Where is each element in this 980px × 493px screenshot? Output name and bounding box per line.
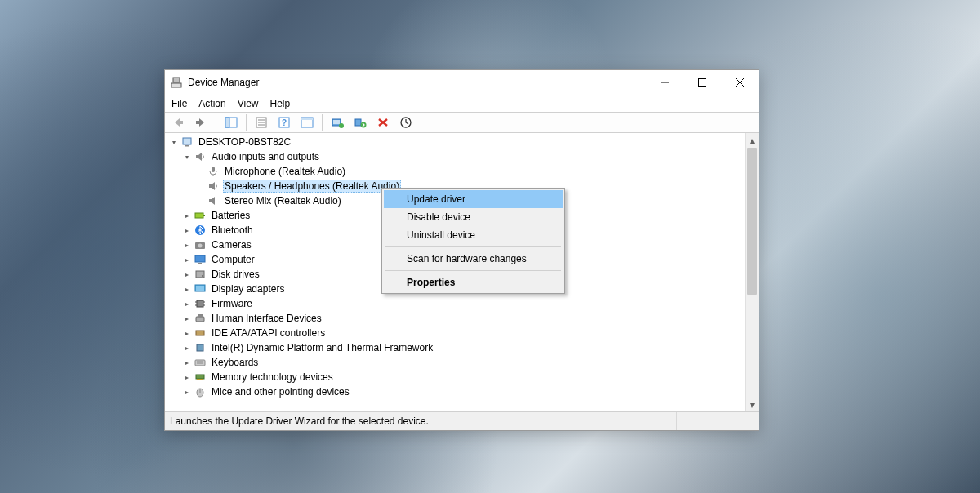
svg-rect-9 <box>225 118 229 127</box>
tree-category[interactable]: ▸Intel(R) Dynamic Platform and Thermal F… <box>165 340 745 355</box>
chevron-right-icon[interactable]: ▸ <box>181 269 193 280</box>
menu-action[interactable]: Action <box>198 98 225 109</box>
svg-rect-47 <box>198 314 203 317</box>
svg-rect-21 <box>355 119 361 126</box>
ctx-disable-device[interactable]: Disable device <box>384 208 563 226</box>
status-cell <box>677 412 759 430</box>
tree-node-label: Audio inputs and outputs <box>210 150 321 163</box>
chevron-right-icon[interactable]: ▸ <box>181 239 193 251</box>
forward-button[interactable] <box>191 113 211 131</box>
svg-rect-6 <box>179 121 183 124</box>
tree-node-label: Computer <box>210 253 256 266</box>
scroll-thumb[interactable] <box>747 148 757 295</box>
chevron-down-icon[interactable]: ▾ <box>168 136 180 148</box>
status-cell <box>595 412 677 430</box>
tree-node-label: Disk drives <box>210 268 261 281</box>
tree-category[interactable]: ▸Keyboards <box>165 355 745 370</box>
properties-button[interactable] <box>252 113 271 131</box>
menu-file[interactable]: File <box>172 98 187 109</box>
tree-node-label: Microphone (Realtek Audio) <box>223 165 347 178</box>
menu-help[interactable]: Help <box>270 98 291 109</box>
tree-node-label: Mice and other pointing devices <box>210 385 351 398</box>
show-hide-console-button[interactable] <box>221 113 241 131</box>
titlebar[interactable]: Device Manager <box>165 70 759 95</box>
scroll-up-icon[interactable]: ▴ <box>746 133 759 147</box>
battery-icon <box>194 209 207 222</box>
disable-button[interactable] <box>373 113 393 131</box>
minimize-button[interactable] <box>646 70 684 95</box>
speaker-icon <box>207 194 220 207</box>
camera-icon <box>194 238 207 251</box>
scan-button[interactable] <box>396 113 416 131</box>
monitor-icon <box>194 253 207 266</box>
chevron-right-icon[interactable]: ▸ <box>181 342 193 353</box>
chevron-right-icon[interactable]: ▸ <box>181 254 193 265</box>
toolbar-separator <box>216 114 216 131</box>
close-button[interactable] <box>721 70 759 95</box>
scroll-down-icon[interactable]: ▾ <box>746 398 759 411</box>
svg-rect-19 <box>333 120 340 124</box>
tree-category[interactable]: ▸Human Interface Devices <box>165 311 745 326</box>
menu-view[interactable]: View <box>238 98 259 109</box>
status-text: Launches the Update Driver Wizard for th… <box>165 412 595 430</box>
svg-point-20 <box>339 123 344 128</box>
chevron-right-icon[interactable]: ▸ <box>181 371 193 383</box>
back-button[interactable] <box>168 113 188 131</box>
maximize-button[interactable] <box>684 70 721 95</box>
context-menu: Update driver Disable device Uninstall d… <box>381 188 565 294</box>
svg-rect-41 <box>197 300 203 307</box>
ctx-update-driver[interactable]: Update driver <box>384 190 563 208</box>
hid-icon <box>194 312 207 325</box>
uninstall-button[interactable] <box>350 113 370 131</box>
svg-rect-30 <box>195 213 203 218</box>
tree-category[interactable]: ▸Mice and other pointing devices <box>165 384 745 399</box>
chevron-right-icon[interactable]: ▸ <box>181 313 193 324</box>
chevron-right-icon[interactable]: ▸ <box>181 357 193 368</box>
chevron-right-icon[interactable]: ▸ <box>181 210 193 221</box>
svg-rect-49 <box>197 344 203 351</box>
ide-icon <box>194 326 207 340</box>
svg-point-22 <box>361 122 367 128</box>
ctx-uninstall-device[interactable]: Uninstall device <box>384 226 563 244</box>
tree-category-audio[interactable]: ▾ Audio inputs and outputs <box>165 149 745 164</box>
bluetooth-icon <box>194 224 207 237</box>
svg-rect-53 <box>196 375 204 379</box>
tree-category[interactable]: ▸Firmware <box>165 296 745 311</box>
svg-rect-1 <box>172 83 181 87</box>
mouse-icon <box>194 385 207 398</box>
memory-icon <box>194 371 207 384</box>
tree-device-microphone[interactable]: Microphone (Realtek Audio) <box>165 164 745 179</box>
svg-rect-27 <box>185 145 189 147</box>
tree-root[interactable]: ▾ DESKTOP-0BST82C <box>165 135 745 149</box>
tree-category[interactable]: ▸IDE ATA/ATAPI controllers <box>165 326 745 340</box>
tree-node-label: Keyboards <box>210 356 260 369</box>
toolbar-separator <box>246 114 247 131</box>
svg-rect-40 <box>196 286 204 291</box>
toolbar: ? <box>165 112 759 133</box>
window-controls <box>646 70 759 95</box>
help-button[interactable]: ? <box>274 113 294 131</box>
update-driver-button[interactable] <box>327 113 347 131</box>
chevron-right-icon[interactable]: ▸ <box>181 283 193 295</box>
scan-hardware-button[interactable] <box>297 113 317 131</box>
ctx-scan-hardware[interactable]: Scan for hardware changes <box>384 250 563 268</box>
svg-rect-28 <box>212 167 215 172</box>
chevron-right-icon[interactable]: ▸ <box>181 298 193 309</box>
toolbar-separator <box>322 114 323 131</box>
chevron-right-icon[interactable]: ▸ <box>181 224 193 236</box>
tree-node-label: Human Interface Devices <box>210 312 323 325</box>
display-icon <box>194 282 207 295</box>
chevron-down-icon[interactable]: ▾ <box>181 151 193 162</box>
chevron-right-icon[interactable]: ▸ <box>181 327 193 339</box>
svg-rect-7 <box>196 121 200 124</box>
svg-rect-46 <box>196 317 204 322</box>
content-area: ▾ DESKTOP-0BST82C ▾ Audio inputs and out… <box>165 133 759 412</box>
ctx-properties[interactable]: Properties <box>384 273 563 291</box>
svg-rect-31 <box>203 215 205 216</box>
speaker-icon <box>194 150 207 163</box>
chevron-right-icon[interactable]: ▸ <box>181 386 193 398</box>
computer-icon <box>180 135 194 149</box>
tree-category[interactable]: ▸Memory technology devices <box>165 370 745 384</box>
svg-rect-0 <box>173 78 180 82</box>
vertical-scrollbar[interactable]: ▴ ▾ <box>745 133 759 411</box>
